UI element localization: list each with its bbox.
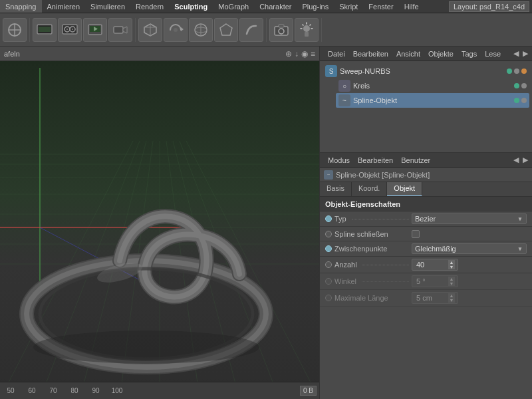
obj-menu-ansicht[interactable]: Ansicht <box>392 50 424 58</box>
prop-value-spline-close <box>412 230 527 238</box>
prop-number-anzahl-value: 40 <box>415 261 448 269</box>
svg-point-11 <box>72 29 73 30</box>
prop-value-max-length: 5 cm ▲ ▼ <box>412 292 527 304</box>
obj-menu-bearbeiten[interactable]: Bearbeiten <box>349 50 392 58</box>
props-menu-modus[interactable]: Modus <box>324 156 354 164</box>
prop-num-down-anzahl[interactable]: ▼ <box>448 265 455 269</box>
right-panel: Datei Bearbeiten Ansicht Objekte Tags Le… <box>319 47 532 399</box>
menu-sculpting[interactable]: Sculpting <box>169 0 213 13</box>
prop-radio-spline-close[interactable] <box>325 231 332 237</box>
tab-basis[interactable]: Basis <box>320 182 352 196</box>
prop-row-spline-close: Spline schließen <box>320 227 532 241</box>
viewport-icon-settings[interactable]: ◉ <box>301 49 308 59</box>
timeline-end-frame[interactable]: 0 B <box>300 386 317 396</box>
prop-name-winkel: Winkel <box>334 277 356 285</box>
obj-menu-objekte[interactable]: Objekte <box>424 50 458 58</box>
prop-num-up-anzahl[interactable]: ▲ <box>448 260 455 265</box>
svg-rect-5 <box>39 34 50 35</box>
viewport-canvas[interactable] <box>0 61 319 399</box>
poly-tool[interactable] <box>214 18 238 42</box>
obj-panel-icon-left[interactable]: ◀ <box>513 49 519 58</box>
bend-tool[interactable] <box>239 18 263 42</box>
obj-row-spline[interactable]: ~ Spline-Objekt <box>336 93 529 108</box>
media-tool-3[interactable] <box>83 18 107 42</box>
prop-dots-anzahl <box>362 265 409 265</box>
obj-dot-orange-sweep <box>521 68 527 74</box>
svg-point-27 <box>303 25 310 32</box>
menu-hilfe[interactable]: Hilfe <box>399 0 424 13</box>
sphere-tool[interactable] <box>189 18 213 42</box>
props-menu-benutzer[interactable]: Benutzer <box>397 156 434 164</box>
prop-select-zwischen[interactable]: Gleichmäßig Adaptiv Subdivisionen Natürl… <box>412 243 527 254</box>
svg-rect-14 <box>114 27 123 33</box>
properties-title-bar: ~ Spline-Objekt [Spline-Objekt] <box>320 168 532 182</box>
viewport-header: afeln ⊕ ↓ ◉ ≡ <box>0 47 319 61</box>
prop-radio-max-length <box>325 295 332 301</box>
toolbar <box>0 13 532 47</box>
viewport-header-icons: ⊕ ↓ ◉ ≡ <box>285 49 315 59</box>
obj-panel-icon-right[interactable]: ▶ <box>523 49 528 58</box>
properties-header: Modus Bearbeiten Benutzer ◀ ▶ <box>320 153 532 168</box>
prop-number-arrows-winkel: ▲ ▼ <box>448 277 455 286</box>
obj-label-kreis: Kreis <box>353 82 511 90</box>
obj-menu-datei[interactable]: Datei <box>324 50 349 58</box>
menu-snapping[interactable]: Snapping <box>0 0 42 13</box>
menu-mograph[interactable]: MoGraph <box>213 0 254 13</box>
menu-animieren[interactable]: Animieren <box>42 0 86 13</box>
layout-selector[interactable]: Layout: psd_R14_c4d <box>449 1 529 12</box>
tl-num-80: 80 <box>66 387 82 394</box>
prop-label-max-length: Maximale Länge <box>325 294 412 302</box>
svg-rect-28 <box>305 32 309 37</box>
media-tool-4[interactable] <box>108 18 132 42</box>
obj-row-sweep[interactable]: S Sweep-NURBS <box>323 64 529 78</box>
props-menu-bearbeiten[interactable]: Bearbeiten <box>354 156 397 164</box>
section-title: Objekt-Eigenschaften <box>325 200 400 208</box>
prop-select-typ[interactable]: Bezier B-Spline Akima Linear Kubisch <box>412 213 527 224</box>
menu-skript[interactable]: Skript <box>334 0 363 13</box>
props-panel-icon-left[interactable]: ◀ <box>513 156 519 164</box>
obj-icon-kreis: ○ <box>338 80 350 92</box>
prop-num-down-max-length: ▼ <box>448 298 455 303</box>
menu-simulieren[interactable]: Simulieren <box>85 0 130 13</box>
svg-marker-15 <box>123 27 127 33</box>
tool-group-media <box>33 18 136 42</box>
prop-number-max-length-value: 5 cm <box>415 294 448 302</box>
menu-bar: Snapping Animieren Simulieren Rendern Sc… <box>0 0 532 13</box>
obj-dot-mid-spline <box>521 98 527 103</box>
prop-radio-zwischen[interactable] <box>325 245 332 252</box>
prop-checkbox-spline[interactable] <box>412 230 420 238</box>
cube-tool[interactable] <box>138 18 162 42</box>
menu-fenster[interactable]: Fenster <box>363 0 398 13</box>
obj-menu-lese[interactable]: Lese <box>481 50 505 58</box>
viewport-icon-add[interactable]: ⊕ <box>285 49 292 59</box>
prop-value-anzahl: 40 ▲ ▼ <box>412 259 527 271</box>
prop-num-up-winkel: ▲ <box>448 277 455 281</box>
viewport-label: afeln <box>4 50 20 58</box>
menu-rendern[interactable]: Rendern <box>130 0 169 13</box>
obj-row-kreis[interactable]: ○ Kreis <box>336 78 529 93</box>
tab-objekt[interactable]: Objekt <box>387 182 422 196</box>
prop-radio-anzahl[interactable] <box>325 261 332 268</box>
tl-num-100: 100 <box>109 387 125 394</box>
menu-plugins[interactable]: Plug-ins <box>297 0 334 13</box>
menu-charakter[interactable]: Charakter <box>254 0 297 13</box>
object-list: S Sweep-NURBS ○ Kreis <box>320 61 532 110</box>
media-tool-2[interactable] <box>58 18 82 42</box>
snap-tool[interactable] <box>3 18 27 42</box>
prop-radio-typ[interactable] <box>325 215 332 222</box>
light-tool[interactable] <box>295 18 319 42</box>
prop-value-zwischen: Gleichmäßig Adaptiv Subdivisionen Natürl… <box>412 243 527 254</box>
viewport-icon-down[interactable]: ↓ <box>295 49 299 59</box>
viewport-icon-menu[interactable]: ≡ <box>311 49 315 59</box>
svg-rect-6 <box>39 27 51 32</box>
rotate-tool[interactable] <box>164 18 188 42</box>
media-tool-1[interactable] <box>33 18 57 42</box>
obj-menu-tags[interactable]: Tags <box>458 50 481 58</box>
camera-tool[interactable] <box>269 18 293 42</box>
prop-row-zwischen: Zwischenpunkte Gleichmäßig Adaptiv Subdi… <box>320 241 532 257</box>
obj-dots-spline <box>514 98 527 103</box>
prop-name-zwischen: Zwischenpunkte <box>334 245 388 253</box>
props-panel-icon-right[interactable]: ▶ <box>523 156 528 164</box>
prop-dots-winkel <box>362 281 409 282</box>
tab-koord[interactable]: Koord. <box>352 182 387 196</box>
